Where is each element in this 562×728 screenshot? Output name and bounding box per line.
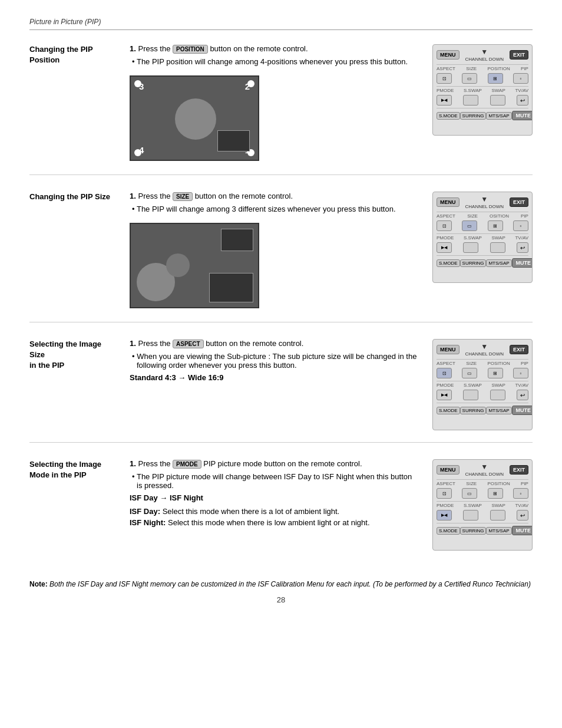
remote-pip-btn: ▫ xyxy=(513,73,528,84)
section-title-pip-image-mode: Selecting the ImageMode in the PIP xyxy=(29,459,118,480)
remote-label-row1: ASPECTSIZEPOSITIONPIP xyxy=(433,66,532,72)
remote-pip-btn2: ▫ xyxy=(513,220,528,231)
remote-icon-row7: ⊡ ▭ ⊞ ▫ xyxy=(433,487,532,500)
remote-sswap-btn xyxy=(463,95,478,106)
remote-swap-btn2 xyxy=(490,242,505,253)
section-right-pip-image-size: MENU ▼ CHANNEL DOWN EXIT ASPECTSIZEPOSIT… xyxy=(424,339,533,430)
remote-exit-btn: EXIT xyxy=(510,50,528,60)
remote-menu-btn4: MENU xyxy=(437,465,459,475)
remote-tvav-btn: ↩ xyxy=(517,95,528,106)
remote-size-btn: ▭ xyxy=(462,73,477,84)
remote-surring-btn4: SURRING xyxy=(460,527,487,535)
remote-pip-btn4: ▫ xyxy=(513,488,528,499)
remote-ch-down: ▼ CHANNEL DOWN xyxy=(465,48,504,62)
remote-aspect-btn: ⊡ xyxy=(437,73,452,84)
remote-position-btn2: ⊞ xyxy=(488,220,503,231)
remote-swap-btn xyxy=(490,95,505,106)
remote-ch-down3: ▼ CHANNEL DOWN xyxy=(465,342,504,357)
remote-mute-btn2: MUTE xyxy=(512,258,533,268)
page-number: 28 xyxy=(277,595,285,604)
section-left-pip-size: Changing the PIP Size xyxy=(29,192,124,310)
remote-ch-down2: ▼ CHANNEL DOWN xyxy=(465,195,504,209)
remote-smode-btn4: S.MODE xyxy=(437,527,460,535)
remote-icon-row3: ⊡ ▭ ⊞ ▫ xyxy=(433,219,532,232)
remote-mtssap-btn4: MTS/SAP xyxy=(486,527,511,535)
remote-pmode-btn3: ▶◀ xyxy=(437,390,452,400)
remote-exit-btn4: EXIT xyxy=(510,465,528,475)
section-right-pip-size: MENU ▼ CHANNEL DOWN EXIT ASPECTSIZEOSITI… xyxy=(424,192,533,310)
section-right-pip-image-mode: MENU ▼ CHANNEL DOWN EXIT ASPECTSIZEPOSIT… xyxy=(424,459,533,551)
note-text: Note: Both the ISF Day and ISF Night mem… xyxy=(29,579,533,589)
section-middle-pip-image-mode: 1. Press the PMODE PIP picture mode butt… xyxy=(124,459,424,551)
pip-size-small-rect xyxy=(221,229,253,251)
remote-label-row6: PMODES.SWAPSWAPTV/AV xyxy=(433,383,532,388)
def-isf-day: ISF Day: Select this mode when there is … xyxy=(130,507,418,516)
page-header-title: Picture in Picture (PIP) xyxy=(29,18,101,26)
page-header: Picture in Picture (PIP) xyxy=(29,18,533,30)
section-left-pip-position: Changing the PIPPosition xyxy=(29,44,124,163)
remote-sswap-btn3 xyxy=(463,390,478,400)
page-footer: 28 xyxy=(29,595,533,604)
remote-surring-btn3: SURRING xyxy=(460,407,487,414)
remote-bottom-row3: S.MODE SURRING MTS/SAP MUTE xyxy=(433,404,532,416)
remote-label-row2: PMODES.SWAPSWAPTV/AV xyxy=(433,88,532,94)
remote-aspect-btn2: ⊡ xyxy=(437,220,452,231)
section-pip-image-mode: Selecting the ImageMode in the PIP 1. Pr… xyxy=(29,459,533,562)
remote-label-row4: PMODES.SWAPSWAPTV/AV xyxy=(433,235,532,241)
remote-pmode-btn: ▶◀ xyxy=(437,95,452,106)
pip-small-screen-pos1 xyxy=(217,130,250,151)
remote-size-btn2: ▭ xyxy=(462,220,477,231)
remote-mtssap-btn2: MTS/SAP xyxy=(486,259,511,267)
section-pip-image-size: Selecting the Image Sizein the PIP 1. Pr… xyxy=(29,339,533,443)
remote-ch-down4: ▼ CHANNEL DOWN xyxy=(465,463,504,477)
remote-mute-btn: MUTE xyxy=(512,111,533,120)
remote-position-btn4: ⊞ xyxy=(488,488,503,499)
step1-pip-size: 1. Press the SIZE button on the remote c… xyxy=(130,192,418,201)
step1-pip-position: 1. Press the POSITION button on the remo… xyxy=(130,44,418,54)
remote-pip-size: MENU ▼ CHANNEL DOWN EXIT ASPECTSIZEOSITI… xyxy=(432,192,533,283)
section-middle-pip-position: 1. Press the POSITION button on the remo… xyxy=(124,44,424,163)
section-left-pip-image-mode: Selecting the ImageMode in the PIP xyxy=(29,459,124,551)
remote-mute-btn3: MUTE xyxy=(512,406,533,415)
step1-pip-image-size: 1. Press the ASPECT button on the remote… xyxy=(130,339,418,348)
remote-icon-row2: ▶◀ ↩ xyxy=(433,94,532,107)
remote-icon-row6: ▶◀ ↩ xyxy=(433,388,532,401)
remote-menu-btn3: MENU xyxy=(437,345,459,354)
remote-sswap-btn2 xyxy=(463,242,478,253)
def-isf-night: ISF Night: Select this mode when there i… xyxy=(130,518,418,527)
remote-surring-btn: SURRING xyxy=(460,112,487,120)
remote-pip-image-size: MENU ▼ CHANNEL DOWN EXIT ASPECTSIZEPOSIT… xyxy=(432,339,533,430)
formula-pip-image-size: Standard 4:3 → Wide 16:9 xyxy=(130,373,418,382)
remote-label-row3: ASPECTSIZEOSITIONPIP xyxy=(433,213,532,219)
section-right-pip-position: MENU ▼ CHANNEL DOWN EXIT ASPECTSIZEPOSIT… xyxy=(424,44,533,163)
remote-bottom-row: S.MODE SURRING MTS/SAP MUTE xyxy=(433,110,532,121)
remote-label-row8: PMODES.SWAPSWAPTV/AV xyxy=(433,503,532,509)
bullet-pip-image-size: When you are viewing the Sub-picture : T… xyxy=(130,352,418,370)
section-pip-position: Changing the PIPPosition 1. Press the PO… xyxy=(29,44,533,175)
pip-position-circle xyxy=(175,98,216,140)
bullet-pip-position: The PIP position will change among 4-pos… xyxy=(130,57,418,66)
remote-position-btn3: ⊞ xyxy=(488,368,503,378)
remote-pip-btn3: ▫ xyxy=(513,368,528,378)
remote-icon-row4: ▶◀ ↩ xyxy=(433,241,532,254)
remote-exit-btn2: EXIT xyxy=(510,197,528,207)
remote-tvav-btn4: ↩ xyxy=(517,510,528,521)
section-title-pip-image-size: Selecting the Image Sizein the PIP xyxy=(29,339,118,371)
remote-label-row5: ASPECTSIZEPOSITIONPIP xyxy=(433,361,532,367)
remote-icon-row5: ⊡ ▭ ⊞ ▫ xyxy=(433,367,532,380)
remote-size-btn4: ▭ xyxy=(462,488,477,499)
remote-swap-btn4 xyxy=(490,510,505,521)
remote-sswap-btn4 xyxy=(463,510,478,521)
remote-smode-btn2: S.MODE xyxy=(437,259,460,267)
remote-aspect-btn4: ⊡ xyxy=(437,488,452,499)
pip-size-med-rect xyxy=(209,273,253,302)
remote-position-btn: ⊞ xyxy=(488,73,503,84)
bullet-pip-image-mode: The PIP picture mode will change between… xyxy=(130,472,418,490)
remote-icon-row8: ▶◀ ↩ xyxy=(433,509,532,522)
remote-pmode-btn4: ▶◀ xyxy=(437,510,452,521)
remote-label-row7: ASPECTSIZEPOSITIONPIP xyxy=(433,481,532,487)
formula-pip-image-mode: ISF Day → ISF Night xyxy=(130,493,418,502)
remote-pip-position: MENU ▼ CHANNEL DOWN EXIT ASPECTSIZEPOSIT… xyxy=(432,44,533,136)
remote-exit-btn3: EXIT xyxy=(510,345,528,354)
pip-position-diagram: 3 2 4 1 xyxy=(130,75,259,161)
